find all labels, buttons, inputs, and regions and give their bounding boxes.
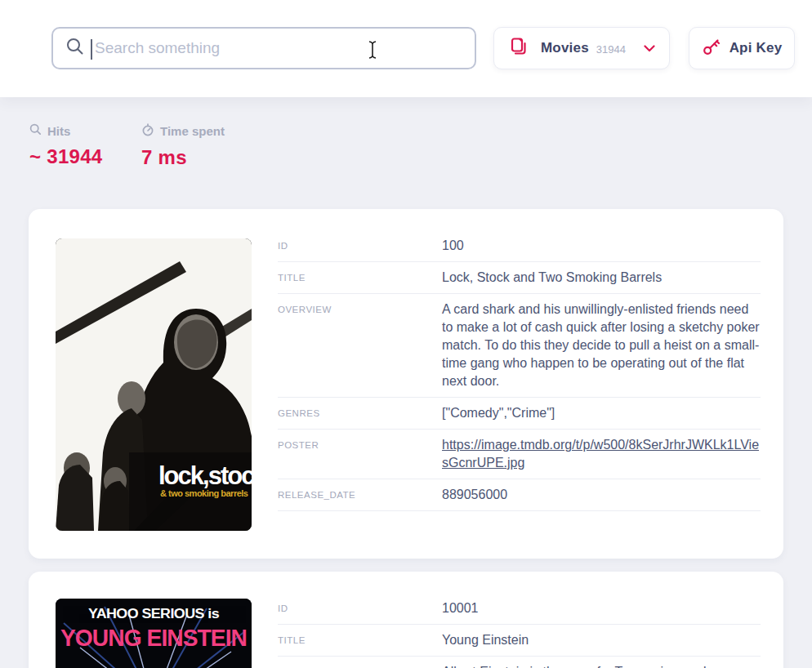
search-icon (65, 37, 85, 60)
field-row: OVERVIEW Albert Einstein is the son of a… (278, 657, 761, 668)
api-key-button[interactable]: Api Key (689, 27, 795, 69)
documents-icon (508, 36, 529, 60)
api-key-label: Api Key (729, 40, 783, 56)
field-label: ID (278, 599, 442, 617)
field-row: ID 10001 (278, 596, 761, 625)
stopwatch-icon (141, 123, 154, 139)
field-row: TITLE Lock, Stock and Two Smoking Barrel… (278, 262, 761, 294)
time-spent-label: Time spent (160, 124, 225, 138)
field-label: OVERVIEW (278, 301, 442, 390)
field-row: GENRES ["Comedy","Crime"] (278, 398, 761, 430)
field-row: ID 100 (278, 234, 761, 262)
search-icon (29, 123, 42, 138)
search-box[interactable] (51, 27, 476, 69)
field-value: 100 (442, 237, 761, 255)
field-label: OVERVIEW (278, 663, 442, 668)
movie-poster-image: YAHOO SERIOUS is YOUNG EINSTEIN (56, 599, 252, 668)
field-value: Albert Einstein is the son of a Tasmania… (442, 663, 761, 668)
hits-stat: Hits ~ 31944 (29, 123, 103, 168)
poster-top-text: YAHOO SERIOUS is (88, 607, 220, 621)
field-value: ["Comedy","Crime"] (442, 404, 761, 422)
top-bar: Movies 31944 Api Key (0, 0, 812, 97)
poster-url-link[interactable]: https://image.tmdb.org/t/p/w500/8kSerJrh… (442, 438, 759, 470)
poster-title-text: lock,stock (158, 461, 252, 490)
poster-title-text: YOUNG EINSTEIN (60, 624, 247, 651)
fields-table: ID 100 TITLE Lock, Stock and Two Smoking… (278, 234, 761, 511)
poster-subtitle-text: & two smoking barrels (160, 488, 248, 498)
result-card: YAHOO SERIOUS is YOUNG EINSTEIN ID 10001… (29, 572, 783, 668)
movie-poster-image: lock,stock & two smoking barrels (56, 238, 252, 531)
time-spent-value: 7 ms (141, 146, 225, 169)
ibeam-cursor (367, 40, 378, 63)
text-caret (91, 39, 92, 60)
field-value: Young Einstein (442, 631, 761, 649)
key-icon (702, 37, 721, 60)
index-selector-count: 31944 (596, 43, 626, 56)
field-label: ID (278, 237, 442, 255)
field-label: RELEASE_DATE (278, 486, 442, 504)
field-row: RELEASE_DATE 889056000 (278, 479, 761, 511)
index-selector-label: Movies (541, 40, 589, 56)
hits-label: Hits (47, 124, 70, 138)
field-value: A card shark and his unwillingly-enliste… (442, 301, 761, 390)
hits-value: ~ 31944 (29, 145, 103, 168)
fields-table: ID 10001 TITLE Young Einstein OVERVIEW A… (278, 596, 761, 668)
field-label: TITLE (278, 631, 442, 649)
field-value: https://image.tmdb.org/t/p/w500/8kSerJrh… (442, 436, 761, 472)
search-input[interactable] (85, 29, 475, 68)
field-row: POSTER https://image.tmdb.org/t/p/w500/8… (278, 430, 761, 479)
field-value: Lock, Stock and Two Smoking Barrels (442, 269, 761, 287)
field-row: TITLE Young Einstein (278, 625, 761, 657)
field-label: GENRES (278, 404, 442, 422)
field-value: 10001 (442, 599, 761, 617)
field-label: POSTER (278, 436, 442, 472)
field-value: 889056000 (442, 486, 761, 504)
chevron-down-icon (644, 41, 655, 56)
time-spent-stat: Time spent 7 ms (141, 123, 225, 169)
result-card: lock,stock & two smoking barrels ID 100 … (29, 209, 783, 559)
field-row: OVERVIEW A card shark and his unwillingl… (278, 294, 761, 398)
index-selector[interactable]: Movies 31944 (493, 27, 670, 69)
field-label: TITLE (278, 269, 442, 287)
